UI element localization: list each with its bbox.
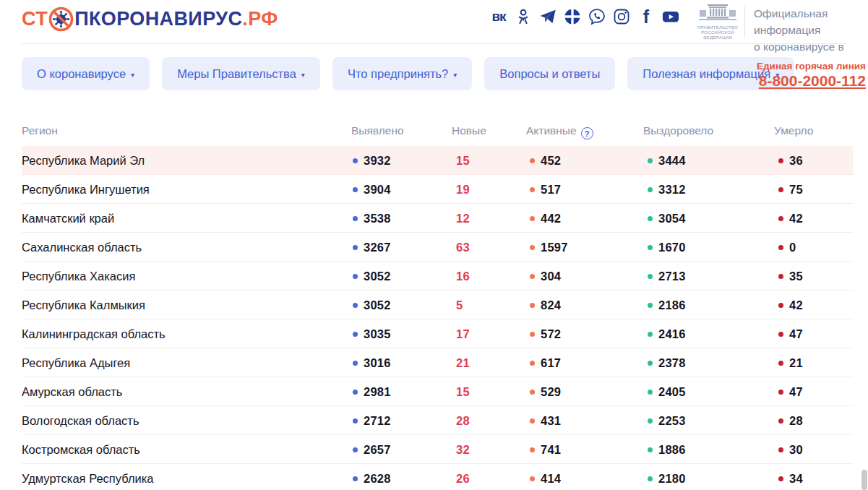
nav-about-coronavirus[interactable]: О коронавирусе ▾ <box>22 57 150 90</box>
recovered-dot-icon <box>648 361 653 366</box>
detected-dot-icon <box>353 418 358 424</box>
died-dot-icon <box>778 447 783 452</box>
no-virus-icon <box>48 7 74 32</box>
region-name: Республика Хакасия <box>22 262 135 291</box>
logo-text-suffix: .РФ <box>242 8 278 30</box>
regions-table: Республика Марий Эл 3932 15 452 3444 36 … <box>22 146 853 490</box>
active-cell: 442 <box>530 204 561 233</box>
detected-cell: 2657 <box>353 435 391 464</box>
active-cell: 1597 <box>530 233 568 262</box>
died-dot-icon <box>778 332 783 337</box>
chevron-down-icon: ▾ <box>301 71 305 79</box>
died-dot-icon <box>778 418 783 424</box>
active-cell: 414 <box>530 464 561 490</box>
recovered-cell: 2180 <box>648 464 686 490</box>
detected-dot-icon <box>353 158 358 163</box>
table-row[interactable]: Удмуртская Республика 2628 26 414 2180 3… <box>22 464 853 490</box>
recovered-dot-icon <box>648 303 653 308</box>
nav-government-measures[interactable]: Меры Правительства ▾ <box>162 57 320 90</box>
active-dot-icon <box>530 216 535 221</box>
new-cell: 28 <box>456 406 470 435</box>
detected-dot-icon <box>353 361 358 366</box>
recovered-dot-icon <box>648 476 653 481</box>
telegram-icon[interactable] <box>539 8 557 25</box>
died-cell: 42 <box>778 291 803 319</box>
site-logo[interactable]: СТ ПКОРОНАВИРУС .РФ <box>22 7 278 32</box>
active-cell: 529 <box>530 377 561 406</box>
facebook-icon[interactable]: f <box>637 8 655 25</box>
government-emblem[interactable]: ПРАВИТЕЛЬСТВО РОССИЙСКОЙ ФЕДЕРАЦИИ <box>692 4 743 40</box>
youtube-icon[interactable] <box>662 8 679 25</box>
help-icon[interactable]: ? <box>581 127 593 139</box>
table-row[interactable]: Республика Адыгея 3016 21 617 2378 21 <box>22 348 853 377</box>
recovered-cell: 2253 <box>648 406 686 435</box>
died-cell: 21 <box>778 348 803 377</box>
government-building-icon <box>699 4 736 21</box>
table-row[interactable]: Вологодская область 2712 28 431 2253 28 <box>22 406 853 435</box>
header-divider <box>22 43 846 44</box>
table-row[interactable]: Костромская область 2657 32 741 1886 30 <box>22 435 853 464</box>
recovered-cell: 2416 <box>648 319 686 348</box>
table-row[interactable]: Республика Ингушетия 3904 19 517 3312 75 <box>22 175 853 204</box>
recovered-dot-icon <box>648 447 653 452</box>
active-dot-icon <box>530 332 535 337</box>
recovered-cell: 1886 <box>648 435 686 464</box>
vk-icon[interactable]: вк <box>490 8 507 25</box>
died-cell: 0 <box>778 233 796 262</box>
table-row[interactable]: Республика Калмыкия 3052 5 824 2186 42 <box>22 291 853 319</box>
recovered-cell: 1670 <box>648 233 686 262</box>
died-dot-icon <box>778 245 783 250</box>
died-dot-icon <box>778 303 783 308</box>
died-cell: 28 <box>778 406 803 435</box>
table-row[interactable]: Республика Марий Эл 3932 15 452 3444 36 <box>22 146 853 175</box>
active-dot-icon <box>530 274 535 279</box>
col-header-new: Новые <box>452 124 486 137</box>
recovered-dot-icon <box>648 216 653 221</box>
region-name: Калининградская область <box>22 319 166 348</box>
recovered-cell: 2405 <box>648 377 686 406</box>
hotline-phone[interactable]: 8-800-2000-112 <box>757 72 866 90</box>
detected-cell: 2712 <box>353 406 391 435</box>
died-cell: 36 <box>778 146 803 175</box>
active-cell: 824 <box>530 291 561 319</box>
table-row[interactable]: Амурская область 2981 15 529 2405 47 <box>22 377 853 406</box>
gov-label-line: ФЕДЕРАЦИИ <box>692 35 743 40</box>
recovered-dot-icon <box>648 245 653 250</box>
chevron-down-icon: ▾ <box>453 71 457 79</box>
region-name: Республика Адыгея <box>22 348 130 377</box>
instagram-icon[interactable] <box>613 8 630 25</box>
active-dot-icon <box>530 303 535 308</box>
detected-dot-icon <box>353 390 358 395</box>
detected-dot-icon <box>353 245 358 250</box>
detected-dot-icon <box>353 476 358 481</box>
recovered-cell: 2378 <box>648 348 686 377</box>
region-name: Сахалинская область <box>22 233 142 262</box>
died-dot-icon <box>778 274 783 279</box>
died-cell: 30 <box>778 435 803 464</box>
died-cell: 35 <box>778 262 803 291</box>
nav-what-to-do[interactable]: Что предпринять? ▾ <box>332 57 472 90</box>
died-cell: 75 <box>778 175 803 204</box>
nav-questions-answers[interactable]: Вопросы и ответы <box>484 57 615 90</box>
recovered-dot-icon <box>648 274 653 279</box>
region-name: Камчатский край <box>22 204 114 233</box>
died-dot-icon <box>778 390 783 395</box>
scrollbar-thumb[interactable] <box>861 470 867 490</box>
chevron-down-icon: ▾ <box>131 71 134 79</box>
active-dot-icon <box>530 447 535 452</box>
recovered-dot-icon <box>648 158 653 163</box>
table-row[interactable]: Калининградская область 3035 17 572 2416… <box>22 319 853 348</box>
detected-cell: 3016 <box>353 348 391 377</box>
social-links: вк <box>490 8 679 25</box>
table-row[interactable]: Сахалинская область 3267 63 1597 1670 0 <box>22 233 853 262</box>
region-name: Удмуртская Республика <box>22 464 154 490</box>
odnoklassniki-icon[interactable] <box>515 8 532 25</box>
detected-dot-icon <box>353 447 358 452</box>
zen-icon[interactable] <box>564 8 581 25</box>
died-dot-icon <box>778 216 783 221</box>
died-dot-icon <box>778 187 783 192</box>
active-cell: 741 <box>530 435 561 464</box>
table-row[interactable]: Камчатский край 3538 12 442 3054 42 <box>22 204 853 233</box>
table-row[interactable]: Республика Хакасия 3052 16 304 2713 35 <box>22 262 853 291</box>
viber-icon[interactable] <box>588 8 606 25</box>
